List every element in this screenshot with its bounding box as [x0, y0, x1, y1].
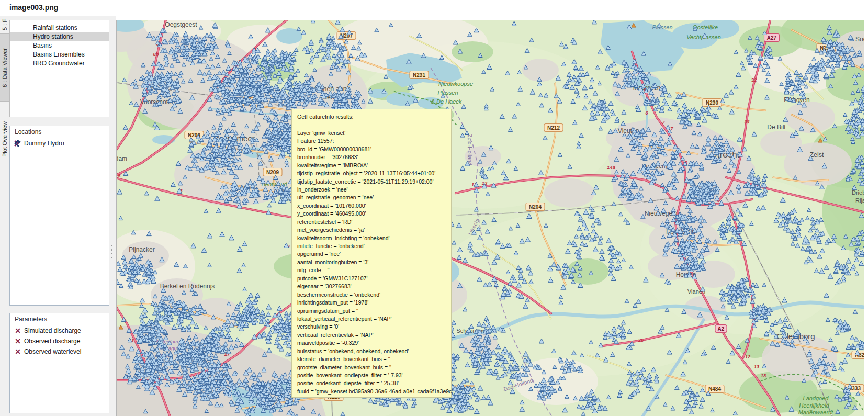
svg-text:N231: N231: [413, 72, 425, 78]
svg-text:32: 32: [751, 77, 757, 83]
locations-panel-title: Locations: [10, 126, 109, 138]
svg-text:Plassen: Plassen: [652, 24, 672, 30]
svg-text:A2: A2: [718, 326, 725, 332]
svg-text:N212: N212: [547, 125, 560, 131]
svg-text:12: 12: [745, 354, 751, 359]
svg-text:Driebergen-: Driebergen-: [852, 189, 864, 196]
tab-plot-overview[interactable]: Plot Overview: [0, 106, 9, 173]
svg-text:31: 31: [745, 119, 750, 125]
layer-item-bro-groundwater[interactable]: BRO Groundwater: [10, 59, 109, 68]
svg-text:Heerlijkheid: Heerlijkheid: [799, 402, 829, 409]
data-layers-list: Rainfall stationsHydro stationsBasinsBas…: [9, 20, 109, 117]
parameter-item[interactable]: ✕Simulated discharge: [10, 325, 109, 336]
svg-text:Plassen: Plassen: [437, 89, 458, 96]
parameters-panel: Parameters ✕Simulated discharge✕Observed…: [9, 313, 109, 413]
svg-text:Rijsenburg: Rijsenburg: [855, 197, 864, 204]
x-icon: ✕: [14, 338, 22, 345]
svg-text:Zuid-Holland: Zuid-Holland: [467, 134, 473, 165]
tab-data-viewer[interactable]: 6 : Data Viewer: [0, 33, 9, 102]
layer-item-rainfall-stations[interactable]: Rainfall stations: [10, 24, 109, 32]
svg-text:Mariënwaerdt: Mariënwaerdt: [798, 409, 834, 415]
x-icon: ✕: [14, 327, 22, 334]
x-icon: ✕: [14, 348, 22, 355]
map-canvas: OegstgeestVoorschotenLeidschendamAlphen …: [117, 20, 864, 416]
svg-text:N484: N484: [708, 386, 721, 392]
svg-text:Pijnacker: Pijnacker: [129, 246, 154, 253]
tab-5[interactable]: 5 : F: [0, 17, 9, 32]
parameter-item[interactable]: ✕Observed waterlevel: [10, 346, 109, 357]
flag-marker-icon: [14, 140, 22, 147]
layer-item-hydro-stations[interactable]: Hydro stations: [10, 32, 109, 41]
parameters-panel-title: Parameters: [10, 313, 109, 325]
svg-text:6: 6: [645, 110, 648, 116]
title-bar: image003.png: [0, 0, 868, 20]
svg-text:Landgoed: Landgoed: [803, 395, 829, 401]
svg-text:8b: 8b: [153, 51, 159, 57]
svg-text:& De Haeck: & De Haeck: [431, 98, 462, 105]
svg-text:N204: N204: [529, 204, 542, 210]
locations-panel: Locations Dummy Hydro: [9, 126, 109, 306]
svg-text:A27: A27: [767, 35, 777, 41]
vertical-tab-strip: 5 : F 6 : Data Viewer Plot Overview: [0, 16, 9, 416]
getfeatureinfo-popup: GetFeatureInfo results: Layer 'gmw_kense…: [291, 109, 452, 398]
parameter-item[interactable]: ✕Observed discharge: [10, 336, 109, 346]
svg-text:De Bilt: De Bilt: [767, 123, 786, 131]
svg-text:5: 5: [118, 173, 121, 178]
splitter-handle[interactable]: [111, 245, 113, 258]
svg-text:N230: N230: [706, 100, 718, 106]
location-item[interactable]: Dummy Hydro: [10, 138, 109, 149]
svg-text:13: 13: [754, 364, 760, 369]
svg-text:Leidschendam: Leidschendam: [117, 155, 127, 162]
svg-text:Soest: Soest: [855, 36, 864, 43]
map-viewport[interactable]: OegstgeestVoorschotenLeidschendamAlphen …: [116, 20, 864, 416]
svg-text:Oegstgeest: Oegstgeest: [165, 21, 197, 28]
svg-text:13: 13: [761, 373, 766, 378]
svg-text:N209: N209: [266, 170, 279, 175]
layer-item-basins[interactable]: Basins: [10, 41, 109, 50]
svg-text:7: 7: [670, 126, 673, 131]
svg-text:14a: 14a: [607, 164, 615, 170]
svg-text:Berkel en Rodenrijs: Berkel en Rodenrijs: [160, 283, 215, 290]
svg-text:26: 26: [638, 337, 644, 343]
window-title: image003.png: [9, 3, 58, 12]
svg-text:Nieuwkoopse: Nieuwkoopse: [438, 81, 473, 87]
svg-text:7: 7: [662, 119, 665, 125]
layer-item-basins-ensembles[interactable]: Basins Ensembles: [10, 50, 109, 59]
